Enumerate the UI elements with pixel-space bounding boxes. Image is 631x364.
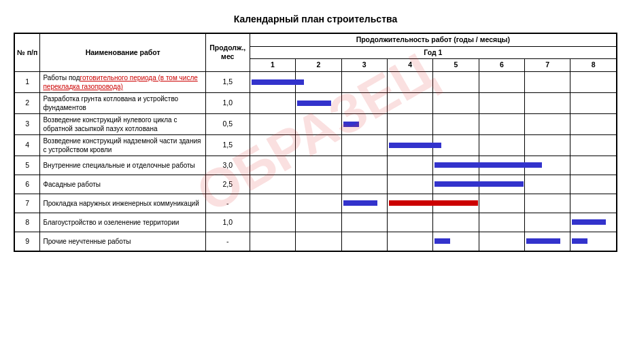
gantt-cell-8 (570, 156, 617, 175)
gantt-bar (434, 238, 450, 244)
row-dur: 0,5 (205, 113, 250, 134)
gantt-cell-4 (387, 71, 432, 92)
gantt-cell-1 (250, 194, 295, 213)
table-row: 9Прочие неучтенные работы- (15, 232, 617, 251)
table-row: 1Работы подготовительного периода (в том… (15, 71, 617, 92)
row-name: Возведение конструкций надземной части з… (40, 134, 205, 156)
header-row-1: № п/п Наименование работ Продолж., мес П… (15, 34, 617, 47)
row-num: 1 (15, 71, 40, 92)
gantt-cell-8 (570, 71, 617, 92)
gantt-cell-7 (525, 113, 570, 134)
row-dur: 2,5 (205, 175, 250, 194)
row-num: 6 (15, 175, 40, 194)
gantt-cell-6 (479, 113, 524, 134)
gantt-cell-3 (341, 213, 387, 232)
row-name: Благоустройство и озеленение территории (40, 213, 205, 232)
row-dur: 3,0 (205, 156, 250, 175)
gantt-bar (343, 122, 359, 127)
gantt-cell-2 (296, 194, 341, 213)
gantt-cell-3 (341, 194, 387, 213)
table-row: 5Внутренние специальные и отделочные раб… (15, 156, 617, 175)
gantt-cell-4 (387, 213, 432, 232)
gantt-cell-1 (250, 92, 295, 113)
gantt-bar (526, 238, 560, 244)
gantt-cell-6 (479, 71, 524, 92)
gantt-cell-7 (525, 232, 570, 251)
gantt-cell-2 (296, 134, 341, 156)
month-7-header: 7 (525, 59, 570, 72)
month-5-header: 5 (433, 59, 479, 72)
table-row: 4Возведение конструкций надземной части … (15, 134, 617, 156)
table-row: 3Возведение конструкций нулевого цикла с… (15, 113, 617, 134)
gantt-cell-3 (341, 232, 387, 251)
row-num: 3 (15, 113, 40, 134)
row-num: 7 (15, 194, 40, 213)
gantt-cell-1 (250, 71, 295, 92)
gantt-cell-8 (570, 175, 617, 194)
row-name: Прокладка наружных инженерных коммуникац… (40, 194, 205, 213)
gantt-cell-3 (341, 113, 387, 134)
gantt-cell-1 (250, 175, 295, 194)
gantt-bar (434, 181, 524, 187)
gantt-cell-8 (570, 113, 617, 134)
row-name: Прочие неучтенные работы (40, 232, 205, 251)
month-8-header: 8 (570, 59, 617, 72)
gantt-cell-2 (296, 92, 341, 113)
row-dur: - (205, 194, 250, 213)
gantt-cell-6 (479, 213, 524, 232)
gantt-cell-5 (433, 156, 479, 175)
gantt-bar (572, 219, 606, 225)
gantt-bar (343, 200, 377, 206)
row-name: Возведение конструкций нулевого цикла с … (40, 113, 205, 134)
gantt-bar (297, 101, 331, 106)
table-row: 6Фасадные работы2,5 (15, 175, 617, 194)
row-num: 4 (15, 134, 40, 156)
gantt-bar (252, 79, 304, 85)
gantt-cell-6 (479, 134, 524, 156)
col-name-header: Наименование работ (40, 34, 205, 72)
gantt-cell-6 (479, 194, 524, 213)
gantt-bar (389, 143, 441, 148)
gantt-cell-4 (387, 92, 432, 113)
year1-header: Год 1 (250, 46, 616, 59)
gantt-cell-1 (250, 113, 295, 134)
gantt-cell-6 (479, 232, 524, 251)
row-dur: 1,5 (205, 134, 250, 156)
gantt-cell-4 (387, 113, 432, 134)
gantt-cell-8 (570, 213, 617, 232)
gantt-cell-8 (570, 232, 617, 251)
month-2-header: 2 (296, 59, 341, 72)
gantt-cell-8 (570, 194, 617, 213)
gantt-cell-3 (341, 156, 387, 175)
gantt-cell-4 (387, 156, 432, 175)
gantt-cell-2 (296, 175, 341, 194)
gantt-cell-5 (433, 213, 479, 232)
gantt-cell-4 (387, 194, 432, 213)
row-dur: - (205, 232, 250, 251)
month-6-header: 6 (479, 59, 524, 72)
month-1-header: 1 (250, 59, 295, 72)
gantt-cell-7 (525, 92, 570, 113)
gantt-cell-2 (296, 156, 341, 175)
row-dur: 1,0 (205, 92, 250, 113)
gantt-cell-3 (341, 134, 387, 156)
gantt-bar (389, 200, 478, 206)
gantt-cell-7 (525, 134, 570, 156)
col-num-header: № п/п (15, 34, 40, 72)
month-4-header: 4 (387, 59, 432, 72)
month-3-header: 3 (341, 59, 387, 72)
gantt-cell-2 (296, 213, 341, 232)
col-dur-header: Продолж., мес (205, 34, 250, 72)
gantt-cell-7 (525, 213, 570, 232)
row-num: 5 (15, 156, 40, 175)
page-title: Календарный план строительства (14, 14, 617, 24)
schedule-table: № п/п Наименование работ Продолж., мес П… (14, 33, 617, 252)
row-dur: 1,0 (205, 213, 250, 232)
gantt-cell-7 (525, 175, 570, 194)
gantt-cell-7 (525, 194, 570, 213)
gantt-cell-1 (250, 134, 295, 156)
gantt-cell-3 (341, 175, 387, 194)
gantt-cell-1 (250, 213, 295, 232)
table-row: 7Прокладка наружных инженерных коммуника… (15, 194, 617, 213)
table-row: 2Разработка грунта котлована и устройств… (15, 92, 617, 113)
